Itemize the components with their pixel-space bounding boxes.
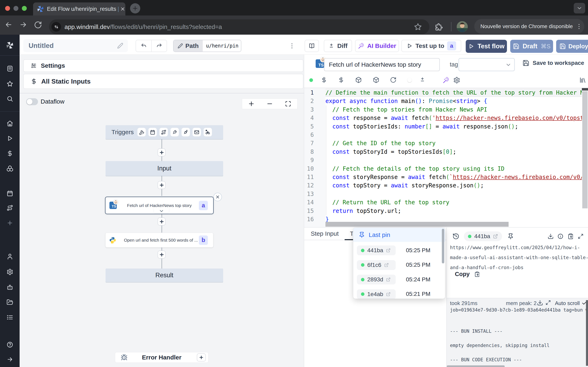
profile-avatar[interactable]: [457, 21, 468, 32]
open-job-external-icon[interactable]: [384, 263, 389, 267]
sidebar-item-resources[interactable]: [0, 162, 20, 175]
history-icon[interactable]: [452, 233, 459, 240]
open-job-external-icon[interactable]: [386, 292, 390, 296]
trigger-mail-icon[interactable]: [192, 128, 201, 136]
job-id-pill[interactable]: 441ba: [464, 231, 502, 241]
sidebar-item-windmill[interactable]: [0, 39, 20, 51]
flow-node-b[interactable]: Open url and fetch first 500 words of ..…: [105, 233, 213, 248]
edit-name-pencil-icon[interactable]: [117, 43, 123, 49]
window-minimize-button[interactable]: [13, 6, 18, 11]
zoom-fit-button[interactable]: [279, 99, 297, 109]
add-step-button[interactable]: [158, 250, 165, 259]
new-tab-button[interactable]: [130, 3, 140, 13]
reload-button[interactable]: [390, 77, 397, 83]
flow-input-node[interactable]: Input: [105, 161, 223, 176]
variables-button[interactable]: [321, 77, 328, 83]
sidebar-item-search[interactable]: [0, 92, 20, 105]
trigger-binoculars-icon[interactable]: [204, 128, 212, 136]
path-value[interactable]: u/henri/pin: [203, 40, 241, 52]
window-zoom-button[interactable]: [22, 6, 27, 11]
undo-button[interactable]: [136, 40, 151, 52]
sidebar-item-account[interactable]: [0, 250, 20, 263]
dataflow-toggle[interactable]: [26, 98, 38, 105]
deploy-button[interactable]: Deploy: [556, 40, 588, 53]
editor-settings-button[interactable]: [453, 77, 460, 83]
pin-history-row[interactable]: 1e4ab05:21 PM: [353, 287, 445, 299]
trigger-webhook-icon[interactable]: [138, 128, 146, 136]
open-job-external-icon[interactable]: [386, 248, 390, 253]
sidebar-item-workers[interactable]: [0, 281, 20, 293]
trigger-route-icon[interactable]: [159, 128, 168, 136]
add-step-button[interactable]: [158, 181, 165, 189]
editor-code[interactable]: // Define the main function to fetch the…: [325, 89, 582, 227]
contextual-variables-button[interactable]: [338, 77, 345, 83]
result-value[interactable]: https://www.geoffreylitt.com/2025/04/12/…: [450, 243, 588, 273]
tag-select[interactable]: [458, 58, 515, 71]
sidebar-item-settings[interactable]: [0, 266, 20, 278]
flow-result-node[interactable]: Result: [105, 268, 223, 282]
code-editor[interactable]: 12345678910111213141516 // Define the ma…: [304, 88, 588, 227]
package-button[interactable]: [373, 77, 380, 83]
pin-history-row[interactable]: 441ba05:25 PM: [353, 243, 445, 258]
sidebar-item-apps[interactable]: [0, 62, 20, 75]
download-log-icon[interactable]: [537, 300, 543, 306]
all-static-inputs-button[interactable]: All Static Inputs: [23, 74, 303, 89]
sidebar-item-schedules[interactable]: [0, 187, 20, 200]
sidebar-item-runs[interactable]: [0, 132, 20, 144]
sidebar-item-home[interactable]: [0, 117, 20, 129]
extensions-puzzle-icon[interactable]: [434, 23, 443, 31]
trigger-plug-zap-icon[interactable]: [182, 128, 190, 136]
bookmark-star-icon[interactable]: [414, 23, 422, 31]
dropdown-scrollbar[interactable]: [442, 229, 444, 263]
sidebar-item-triggers[interactable]: [0, 202, 20, 214]
error-handler-node[interactable]: Error Handler: [115, 352, 208, 363]
triggers-bar[interactable]: Triggers: [105, 125, 223, 139]
browser-reload-icon[interactable]: [34, 21, 42, 29]
last-pin-option[interactable]: Last pin: [353, 228, 445, 242]
save-draft-button[interactable]: Draft ⌘S: [510, 40, 553, 53]
docs-button[interactable]: [305, 40, 319, 52]
browser-back-icon[interactable]: [4, 21, 13, 29]
more-options-kebab-button[interactable]: [287, 40, 297, 52]
expand-result-icon[interactable]: [578, 234, 584, 239]
editor-vertical-scrollbar[interactable]: [582, 91, 588, 208]
sidebar-item-favorites[interactable]: [0, 77, 20, 90]
browser-forward-icon[interactable]: [19, 21, 27, 29]
editor-horizontal-scrollbar[interactable]: [325, 222, 509, 227]
redo-button[interactable]: [151, 40, 167, 52]
test-flow-button[interactable]: Test flow: [466, 40, 507, 53]
info-icon[interactable]: [557, 233, 563, 239]
node-a-close-button[interactable]: [213, 193, 222, 201]
zoom-in-button[interactable]: [242, 99, 260, 109]
log-horizontal-scrollbar[interactable]: [447, 365, 505, 367]
log-vertical-scrollbar[interactable]: [586, 300, 588, 366]
copy-result-icon[interactable]: [568, 233, 574, 239]
expand-log-icon[interactable]: [545, 300, 551, 305]
zoom-out-button[interactable]: [260, 99, 279, 109]
pin-icon[interactable]: [507, 233, 514, 240]
trigger-calendar-icon[interactable]: [148, 128, 157, 136]
add-error-handler-button[interactable]: [197, 353, 206, 361]
step-name-input[interactable]: Fetch url of HackerNews top story: [324, 58, 440, 71]
window-close-button[interactable]: [5, 6, 10, 11]
copy-result-button[interactable]: Copy: [455, 271, 480, 277]
sidebar-item-add[interactable]: [0, 217, 20, 229]
library-button[interactable]: [579, 77, 586, 83]
browser-tab[interactable]: Edit Flow u/henri/pin_results |: [33, 2, 125, 16]
path-button[interactable]: Path: [173, 40, 203, 52]
sidebar-item-expand[interactable]: [0, 353, 20, 365]
sidebar-item-audit-logs[interactable]: [0, 311, 20, 323]
plus-minus-button[interactable]: [419, 77, 426, 83]
tab-step-input[interactable]: Step Input: [311, 227, 339, 240]
pin-history-row[interactable]: 6f1c605:25 PM: [353, 258, 445, 272]
save-to-workspace-button[interactable]: Save to workspace: [522, 59, 584, 67]
chrome-menu-kebab-icon[interactable]: [576, 23, 582, 30]
add-step-button[interactable]: [158, 217, 165, 225]
add-step-button[interactable]: [158, 149, 165, 156]
open-job-external-icon[interactable]: [386, 277, 390, 282]
download-result-icon[interactable]: [548, 233, 554, 239]
omnibox[interactable]: app.windmill.dev/flows/edit/u/henri/pin_…: [49, 19, 429, 34]
tab-search-chevron[interactable]: [574, 3, 585, 13]
chrome-update-button[interactable]: Nouvelle version de Chrome disponible: [474, 19, 584, 34]
ai-builder-button[interactable]: AI Builder: [355, 40, 399, 52]
